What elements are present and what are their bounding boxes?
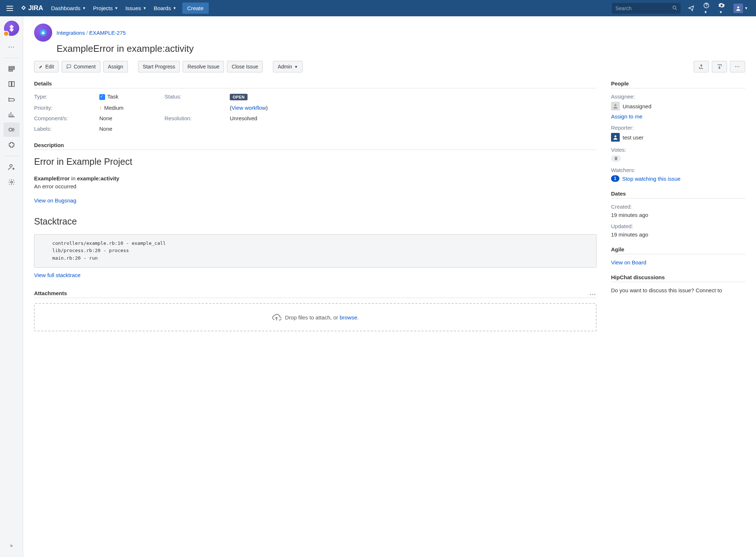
breadcrumb-project[interactable]: Integrations bbox=[57, 30, 85, 36]
start-progress-button[interactable]: Start Progress bbox=[138, 61, 180, 72]
view-workflow-cell: (View workflow) bbox=[230, 105, 597, 111]
view-on-board-link[interactable]: View on Board bbox=[611, 259, 646, 265]
nav-projects[interactable]: Projects▼ bbox=[90, 1, 122, 16]
upload-icon bbox=[272, 313, 281, 322]
view-on-bugsnag-link[interactable]: View on Bugsnag bbox=[34, 197, 76, 204]
status-label: Status: bbox=[165, 93, 230, 100]
create-button[interactable]: Create bbox=[182, 3, 209, 14]
view-workflow-link[interactable]: View workflow bbox=[232, 105, 266, 111]
dropzone-text: Drop files to attach, or browse. bbox=[285, 314, 358, 321]
project-sidebar: ⋯ » bbox=[0, 16, 23, 557]
sidebar-expand-icon[interactable]: » bbox=[4, 538, 20, 553]
svg-point-10 bbox=[11, 181, 12, 183]
svg-rect-3 bbox=[9, 66, 14, 67]
profile-menu[interactable]: ▼ bbox=[729, 0, 752, 17]
sidebar-issues-icon[interactable] bbox=[4, 122, 20, 137]
resolution-value: Unresolved bbox=[230, 115, 597, 121]
assign-to-me-link[interactable]: Assign to me bbox=[611, 113, 643, 120]
created-value: 19 minutes ago bbox=[611, 212, 745, 218]
details-panel: Type: Task Status: OPEN Priority: ↑Mediu… bbox=[34, 93, 597, 132]
help-icon[interactable]: ▼ bbox=[699, 0, 714, 18]
svg-rect-6 bbox=[9, 81, 11, 86]
nav-boards[interactable]: Boards▼ bbox=[150, 1, 180, 16]
user-avatar-icon bbox=[611, 133, 620, 142]
svg-rect-4 bbox=[9, 68, 14, 69]
reporter-value: test user bbox=[611, 133, 745, 142]
sidebar-board-icon[interactable] bbox=[4, 77, 20, 91]
nav-dashboards[interactable]: Dashboards▼ bbox=[47, 1, 90, 16]
svg-point-8 bbox=[9, 128, 12, 131]
attachments-heading: Attachments bbox=[34, 290, 597, 298]
attachments-dropzone[interactable]: Drop files to attach, or browse. bbox=[34, 303, 597, 331]
components-label: Component/s: bbox=[34, 115, 99, 121]
export-button[interactable] bbox=[712, 61, 727, 72]
feedback-icon[interactable] bbox=[684, 1, 699, 15]
sidebar-project-settings-icon[interactable] bbox=[4, 175, 20, 189]
sidebar-releases-icon[interactable] bbox=[4, 92, 20, 106]
sidebar-more-icon[interactable]: ⋯ bbox=[4, 39, 20, 54]
hipchat-heading: HipChat discussions bbox=[611, 274, 745, 282]
issue-title: ExampleError in example:activity bbox=[57, 43, 745, 54]
unassigned-avatar-icon bbox=[611, 102, 620, 110]
labels-value: None bbox=[99, 126, 165, 132]
sidebar-add-item-icon[interactable] bbox=[4, 160, 20, 174]
project-icon bbox=[34, 24, 52, 42]
edit-button[interactable]: Edit bbox=[34, 61, 59, 72]
resolve-issue-button[interactable]: Resolve Issue bbox=[183, 61, 224, 72]
watchers-count: 1 bbox=[611, 175, 619, 182]
watchers-label: Watchers: bbox=[611, 167, 745, 173]
app-switcher-icon[interactable] bbox=[4, 3, 16, 14]
jira-logo[interactable]: JIRA bbox=[16, 4, 47, 12]
error-message: An error occurred bbox=[34, 183, 597, 191]
view-full-stacktrace-link[interactable]: View full stacktrace bbox=[34, 272, 80, 278]
votes-label: Votes: bbox=[611, 147, 745, 153]
share-button[interactable] bbox=[694, 61, 709, 72]
svg-rect-5 bbox=[9, 70, 12, 71]
admin-button[interactable]: Admin▼ bbox=[273, 61, 303, 72]
close-issue-button[interactable]: Close Issue bbox=[227, 61, 263, 72]
project-avatar[interactable] bbox=[4, 21, 19, 36]
type-label: Type: bbox=[34, 93, 99, 100]
assignee-label: Assignee: bbox=[611, 93, 745, 100]
issue-toolbar: Edit Comment Assign Start Progress Resol… bbox=[34, 61, 745, 72]
description-body: Error in Example Project ExampleError in… bbox=[34, 155, 597, 279]
status-badge: OPEN bbox=[230, 94, 248, 100]
breadcrumb-issue-key[interactable]: EXAMPLE-275 bbox=[89, 30, 126, 36]
stacktrace-block: controllers/example.rb:10 - example_call… bbox=[34, 234, 597, 268]
nav-issues[interactable]: Issues▼ bbox=[122, 1, 150, 16]
settings-icon[interactable]: ▼ bbox=[714, 0, 729, 18]
status-value: OPEN bbox=[230, 93, 597, 100]
labels-label: Labels: bbox=[34, 126, 99, 132]
main-nav: Dashboards▼ Projects▼ Issues▼ Boards▼ Cr… bbox=[47, 1, 209, 16]
error-line: ExampleError in example:activity bbox=[34, 175, 597, 183]
people-heading: People bbox=[611, 80, 745, 88]
components-value: None bbox=[99, 115, 165, 121]
agile-heading: Agile bbox=[611, 246, 745, 254]
dates-heading: Dates bbox=[611, 190, 745, 198]
svg-point-12 bbox=[614, 104, 616, 106]
resolution-label: Resolution: bbox=[165, 115, 230, 121]
assign-button[interactable]: Assign bbox=[103, 61, 128, 72]
search-icon[interactable] bbox=[672, 5, 678, 11]
sidebar-reports-icon[interactable] bbox=[4, 107, 20, 122]
comment-button[interactable]: Comment bbox=[62, 61, 100, 72]
description-title: Error in Example Project bbox=[34, 155, 597, 169]
task-icon bbox=[99, 94, 105, 100]
svg-point-0 bbox=[673, 6, 676, 9]
search-input[interactable] bbox=[612, 3, 681, 14]
priority-label: Priority: bbox=[34, 105, 99, 111]
more-actions-button[interactable]: ⋯ bbox=[730, 61, 745, 72]
created-label: Created: bbox=[611, 204, 745, 210]
sidebar-backlog-icon[interactable] bbox=[4, 62, 20, 76]
votes-count: 0 bbox=[611, 155, 621, 162]
sidebar-components-icon[interactable] bbox=[4, 138, 20, 152]
updated-value: 19 minutes ago bbox=[611, 231, 745, 238]
stop-watching-link[interactable]: Stop watching this issue bbox=[622, 176, 681, 182]
description-heading: Description bbox=[34, 142, 597, 150]
priority-value: ↑Medium bbox=[99, 105, 165, 111]
reporter-label: Reporter: bbox=[611, 125, 745, 131]
browse-link[interactable]: browse bbox=[340, 314, 357, 321]
svg-point-2 bbox=[737, 6, 739, 8]
assignee-value: Unassigned bbox=[611, 102, 745, 110]
svg-point-13 bbox=[614, 135, 616, 137]
